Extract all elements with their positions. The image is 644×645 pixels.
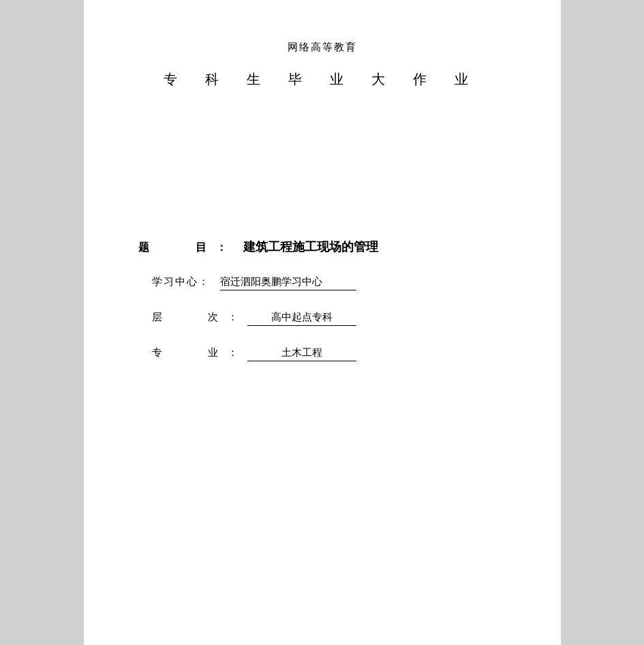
learning-center-row: 学习中心： 宿迁泗阳奥鹏学习中心 [138,275,506,290]
title-value: 建筑工程施工现场的管理 [243,239,378,255]
level-value: 高中起点专科 [247,311,356,326]
major-value: 土木工程 [247,346,356,361]
content-section: 题 目： 建筑工程施工现场的管理 学习中心： 宿迁泗阳奥鹏学习中心 层 次： 高… [138,239,506,361]
document-page: 网络高等教育 专 科 生 毕 业 大 作 业 题 目： 建筑工程施工现场的管理 … [84,0,561,645]
header-section: 网络高等教育 专 科 生 毕 业 大 作 业 [138,41,506,89]
spacer [138,102,506,225]
major-row: 专 业： 土木工程 [138,346,506,361]
title-label: 题 目： [138,241,236,255]
learning-center-value: 宿迁泗阳奥鹏学习中心 [220,275,356,290]
subtitle: 专 科 生 毕 业 大 作 业 [138,70,506,89]
title-row: 题 目： 建筑工程施工现场的管理 [138,239,506,255]
level-row: 层 次： 高中起点专科 [138,311,506,326]
learning-center-label: 学习中心： [152,275,220,288]
main-title: 网络高等教育 [138,41,506,54]
level-label: 层 次： [152,311,247,324]
major-label: 专 业： [152,346,247,359]
